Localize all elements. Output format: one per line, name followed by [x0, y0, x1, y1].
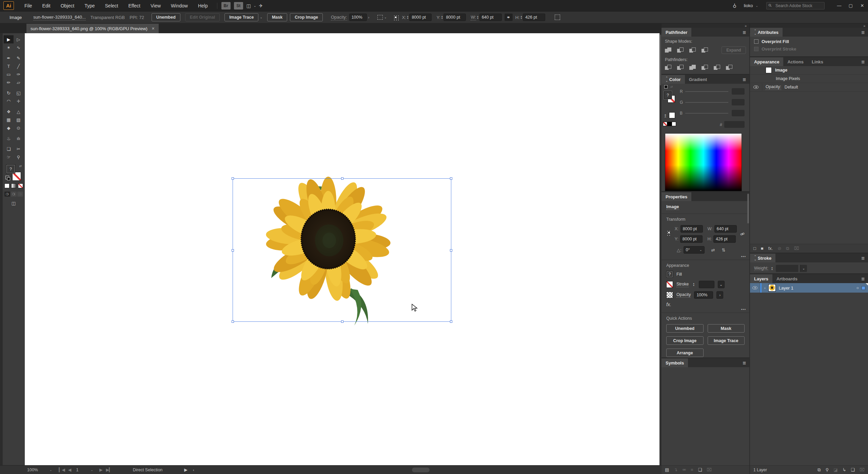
line-segment-tool[interactable]: ╱ — [14, 62, 23, 70]
graphic-style-icon[interactable] — [377, 15, 383, 20]
selection-handle[interactable] — [232, 249, 234, 252]
add-new-fill-icon[interactable]: ■ — [761, 246, 764, 251]
rectangle-tool[interactable]: ▭ — [4, 70, 14, 78]
y-input[interactable] — [680, 235, 703, 243]
g-value-field[interactable] — [732, 99, 745, 105]
artboard-number[interactable]: 1 — [76, 468, 78, 472]
tab-stroke[interactable]: ⌃⌄Stroke — [750, 254, 775, 262]
eye-icon[interactable] — [752, 286, 757, 290]
flip-horizontal-icon[interactable]: ⇄ — [711, 248, 715, 253]
bridge-button[interactable]: Br — [221, 2, 231, 9]
trim-icon[interactable] — [677, 65, 684, 70]
layer-name[interactable]: Layer 1 — [779, 285, 793, 291]
stroke-weight-stepper[interactable]: ▴▾ — [693, 282, 694, 287]
last-color-swatch[interactable] — [669, 112, 675, 118]
eraser-tool[interactable]: ▱ — [14, 78, 23, 86]
horizontal-scrollbar-thumb[interactable] — [412, 468, 430, 472]
chevron-down-icon[interactable]: ⌄ — [260, 16, 262, 19]
color-button[interactable] — [4, 183, 9, 188]
status-expand-icon[interactable]: ▶ — [184, 467, 188, 472]
layer-target-icon[interactable]: ○ — [856, 285, 859, 290]
tab-color[interactable]: ⌃⌄Color — [662, 75, 685, 84]
canvas-artboard[interactable] — [25, 33, 659, 465]
rotate-tool[interactable]: ↻ — [4, 89, 14, 97]
scale-tool[interactable]: ◱ — [14, 89, 23, 97]
image-trace-button[interactable]: Image Trace — [224, 13, 258, 21]
stock-button[interactable]: St — [234, 2, 243, 9]
r-slider[interactable] — [685, 91, 728, 92]
slice-tool[interactable]: ✂ — [14, 145, 23, 153]
free-transform-icon[interactable] — [555, 15, 560, 20]
eyedropper-tool[interactable]: ◆ — [4, 124, 14, 132]
paintbrush-tool[interactable]: ✑ — [14, 70, 23, 78]
tab-artboards[interactable]: Artboards — [772, 274, 802, 283]
close-button[interactable]: ✕ — [856, 0, 868, 11]
more-options-icon[interactable]: ••• — [741, 307, 746, 311]
chevron-down-icon[interactable]: ⌄ — [718, 281, 725, 288]
delete-item-icon[interactable]: ⌧ — [794, 246, 799, 251]
expand-layer-icon[interactable]: › — [764, 286, 766, 290]
appearance-row-image-pixels[interactable]: Image Pixels — [750, 75, 868, 83]
opacity-field[interactable]: 100% — [694, 291, 713, 299]
scrollbar-thumb[interactable] — [660, 35, 661, 85]
collapse-panels-icon[interactable]: » — [863, 24, 865, 28]
crop-icon[interactable] — [702, 65, 708, 70]
duplicate-item-icon[interactable]: ⧉ — [786, 246, 789, 251]
opacity-label[interactable]: Opacity: — [331, 15, 347, 20]
linked-filename[interactable]: sun-flower-3289333_640... — [33, 15, 86, 20]
panel-menu-icon[interactable]: ≣ — [861, 28, 868, 37]
visibility-eye-icon[interactable] — [753, 85, 758, 89]
lasso-tool[interactable]: ∿ — [14, 43, 23, 52]
y-stepper[interactable]: ▴▾ — [441, 15, 443, 19]
panel-menu-icon[interactable]: ≣ — [861, 254, 868, 262]
fx-button[interactable]: fx. — [666, 302, 671, 307]
chevron-down-icon[interactable]: ⌄ — [50, 468, 52, 472]
unembed-button[interactable]: Unembed — [152, 13, 180, 21]
color-spectrum[interactable] — [665, 133, 742, 191]
discover-icon[interactable]: ⚲ — [733, 3, 736, 9]
menu-help[interactable]: Help — [193, 0, 213, 11]
tab-properties[interactable]: Properties — [662, 192, 691, 201]
delete-symbol-icon[interactable]: ⌧ — [707, 467, 712, 472]
weight-field[interactable] — [776, 265, 798, 272]
shape-builder-tool[interactable]: ❖ — [4, 107, 14, 116]
selection-handle[interactable] — [450, 320, 452, 323]
width-tool[interactable]: ◠ — [4, 97, 14, 105]
artboard-tool[interactable]: ❏ — [4, 145, 14, 153]
chevron-down-icon[interactable]: ⌄ — [384, 16, 387, 19]
menu-window[interactable]: Window — [166, 0, 193, 11]
mini-fill-stroke-icon[interactable] — [664, 85, 668, 88]
place-symbol-instance-icon[interactable]: ↴ — [674, 467, 677, 472]
menu-object[interactable]: Object — [56, 0, 79, 11]
selection-tool[interactable]: ▶ — [4, 35, 14, 43]
exclude-icon[interactable] — [702, 47, 708, 53]
delete-layer-icon[interactable]: ⌧ — [860, 467, 865, 472]
pencil-tool[interactable]: ✏ — [4, 78, 14, 86]
curvature-tool[interactable]: ✎ — [14, 54, 23, 62]
mask-button[interactable]: Mask — [267, 13, 287, 21]
perspective-grid-tool[interactable]: △ — [14, 107, 23, 116]
g-slider[interactable] — [685, 102, 728, 103]
panel-menu-icon[interactable]: ≣ — [743, 75, 749, 84]
layer-selection-indicator[interactable] — [862, 286, 865, 290]
minus-back-icon[interactable] — [726, 65, 733, 70]
hand-tool[interactable]: ☞ — [4, 153, 14, 161]
layer-row[interactable]: › Layer 1 ○ — [750, 283, 868, 293]
selection-bounding-box[interactable] — [233, 178, 451, 322]
close-tab-icon[interactable]: ✕ — [152, 26, 155, 31]
tab-links[interactable]: Links — [808, 57, 827, 66]
opacity-more-icon[interactable]: › — [716, 291, 723, 299]
symbol-options-icon[interactable]: ≡ — [691, 467, 693, 472]
menu-edit[interactable]: Edit — [37, 0, 56, 11]
x-input[interactable] — [409, 14, 432, 21]
locate-object-icon[interactable]: ⚲ — [826, 467, 829, 472]
minus-front-icon[interactable] — [677, 47, 684, 53]
direct-selection-tool[interactable]: ▷ — [14, 35, 23, 43]
last-color-icon[interactable]: ↥ — [664, 114, 667, 118]
mesh-tool[interactable]: ▦ — [4, 116, 14, 124]
draw-normal-icon[interactable]: ❍ — [4, 192, 10, 197]
menu-type[interactable]: Type — [79, 0, 100, 11]
default-fill-stroke-icon[interactable] — [5, 176, 9, 179]
constrain-proportions-icon[interactable]: ⚭ — [505, 14, 513, 21]
white-swatch[interactable] — [672, 122, 676, 126]
